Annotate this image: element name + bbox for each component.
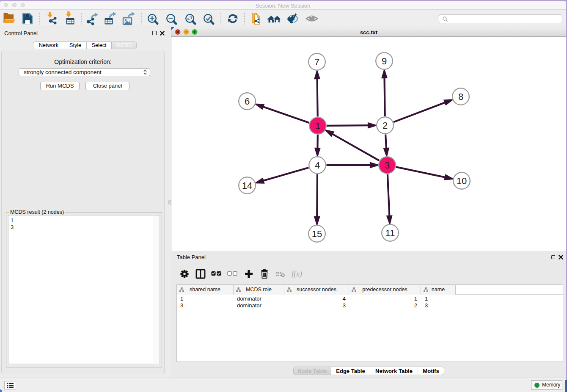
svg-text:10: 10 [457,176,467,186]
svg-text:9: 9 [382,56,387,66]
svg-text:11: 11 [385,228,395,238]
svg-text:4: 4 [315,160,320,171]
svg-text:14: 14 [242,180,252,191]
svg-text:15: 15 [312,229,322,239]
svg-text:2: 2 [383,120,388,131]
svg-text:1: 1 [315,121,320,131]
svg-text:6: 6 [245,96,250,107]
svg-text:f(x): f(x) [292,270,302,279]
svg-text:3: 3 [385,160,390,171]
svg-text:7: 7 [314,57,319,67]
svg-text:8: 8 [458,91,463,102]
